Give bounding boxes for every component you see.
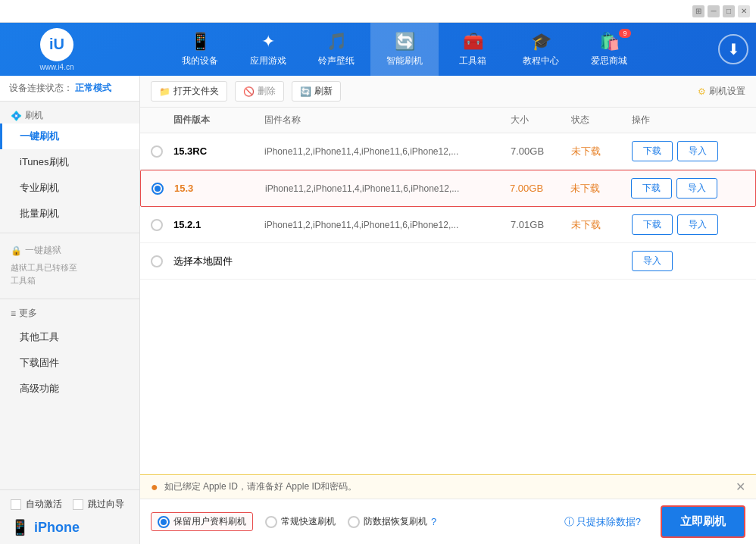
notification-text: 如已绑定 Apple ID，请准备好 Apple ID和密码。 — [164, 480, 358, 493]
download-button[interactable]: ⬇ — [718, 34, 748, 64]
one-click-flash-label: 一键刷机 — [20, 130, 59, 143]
notification-icon: ● — [151, 480, 158, 494]
row3-import-btn[interactable]: 导入 — [677, 214, 718, 235]
window-controls[interactable]: ⊞ ─ □ ✕ — [692, 5, 750, 17]
local-radio-col[interactable] — [151, 255, 173, 267]
row1-radio-col[interactable] — [151, 145, 173, 158]
sidebar-item-pro-flash[interactable]: 专业刷机 — [0, 175, 139, 201]
auto-activate-label: 自动激活 — [26, 498, 62, 511]
row1-download-btn[interactable]: 下载 — [632, 141, 673, 161]
sidebar: 设备连接状态： 正常模式 💠 刷机 一键刷机 iTunes刷机 专业刷机 批量刷… — [0, 76, 140, 544]
local-radio[interactable] — [151, 255, 163, 267]
apps-icon: ✦ — [261, 32, 275, 52]
smart-flash-icon: 🔄 — [395, 32, 415, 52]
refresh-button[interactable]: 🔄 刷新 — [292, 81, 341, 102]
minimize-btn[interactable]: ─ — [708, 5, 720, 17]
row1-import-btn[interactable]: 导入 — [677, 141, 718, 161]
toolbox-icon: 🧰 — [463, 32, 483, 52]
sidebar-item-itunes-flash[interactable]: iTunes刷机 — [0, 149, 139, 175]
firmware-row-3: 15.2.1 iPhone11,2,iPhone11,4,iPhone11,6,… — [140, 207, 756, 243]
open-folder-button[interactable]: 📁 打开文件夹 — [151, 81, 227, 102]
sidebar-item-batch-flash[interactable]: 批量刷机 — [0, 201, 139, 227]
store-badge: 9 — [619, 29, 631, 38]
nav-ringtones[interactable]: 🎵 铃声壁纸 — [302, 23, 370, 76]
nav-ringtones-label: 铃声壁纸 — [318, 55, 355, 67]
sidebar-item-one-click-flash[interactable]: 一键刷机 — [0, 123, 139, 149]
sidebar-divider-1 — [0, 233, 139, 233]
jailbreak-group-title: 🔒 一键越狱 — [0, 239, 139, 258]
help-icon[interactable]: ? — [431, 516, 436, 527]
delete-icon: 🚫 — [243, 86, 255, 97]
settings-button[interactable]: ⚙ 刷机设置 — [698, 85, 745, 98]
keep-data-label: 保留用户资料刷机 — [173, 515, 246, 528]
flash-group-title: 💠 刷机 — [0, 105, 139, 123]
device-name-row: 📱 iPhone — [11, 518, 129, 536]
row2-download-btn[interactable]: 下载 — [631, 178, 672, 199]
row3-radio[interactable] — [151, 219, 163, 231]
store-icon: 🛍️ — [599, 32, 620, 52]
flash-option-recovery[interactable]: 防数据恢复刷机 ? — [348, 515, 436, 528]
row2-actions: 下载 导入 — [631, 178, 745, 199]
row3-radio-col[interactable] — [151, 219, 173, 231]
nav-toolbox[interactable]: 🧰 工具箱 — [439, 23, 507, 76]
row2-radio-col[interactable] — [152, 183, 174, 195]
row1-status: 未下载 — [571, 145, 632, 158]
more-label: 更多 — [19, 307, 37, 320]
folder-icon: 📁 — [159, 86, 170, 97]
skip-guide-checkbox[interactable] — [73, 499, 83, 510]
title-bar: ⊞ ─ □ ✕ — [0, 0, 756, 23]
nav-toolbox-label: 工具箱 — [459, 55, 486, 67]
table-header: 固件版本 固件名称 大小 状态 操作 — [140, 108, 756, 133]
row2-import-btn[interactable]: 导入 — [676, 178, 717, 199]
row3-size: 7.01GB — [511, 219, 571, 230]
nav-my-device[interactable]: 📱 我的设备 — [166, 23, 234, 76]
row3-version: 15.2.1 — [173, 219, 264, 230]
flash-option-normal[interactable]: 常规快速刷机 — [265, 515, 336, 528]
flash-option-keep-data[interactable]: 保留用户资料刷机 — [151, 512, 253, 531]
bottom-notification: ● 如已绑定 Apple ID，请准备好 Apple ID和密码。 ✕ — [140, 474, 756, 499]
more-icon: ≡ — [11, 308, 16, 319]
maximize-btn[interactable]: □ — [723, 5, 735, 17]
open-folder-label: 打开文件夹 — [173, 85, 219, 98]
normal-fast-radio[interactable] — [265, 516, 277, 528]
sidebar-item-other-tools[interactable]: 其他工具 — [0, 324, 139, 350]
local-import-btn[interactable]: 导入 — [632, 251, 673, 271]
sidebar-item-download-firmware[interactable]: 下载固件 — [0, 350, 139, 376]
sidebar-item-advanced[interactable]: 高级功能 — [0, 376, 139, 402]
recovery-radio[interactable] — [348, 516, 360, 528]
auto-activate-checkbox[interactable] — [11, 499, 21, 510]
flash-now-button[interactable]: 立即刷机 — [661, 505, 745, 538]
grid-btn[interactable]: ⊞ — [692, 5, 704, 17]
row3-status: 未下载 — [571, 218, 632, 232]
header: iU www.i4.cn 📱 我的设备 ✦ 应用游戏 🎵 铃声壁纸 🔄 智能刷机… — [0, 23, 756, 76]
local-actions: 导入 — [632, 251, 745, 271]
notification-close[interactable]: ✕ — [736, 480, 745, 494]
sidebar-divider-2 — [0, 299, 139, 299]
row2-radio[interactable] — [152, 183, 164, 195]
delete-button[interactable]: 🚫 删除 — [235, 81, 284, 102]
nav-smart-flash[interactable]: 🔄 智能刷机 — [370, 23, 439, 76]
logo-icon: iU — [40, 28, 73, 61]
row3-download-btn[interactable]: 下载 — [632, 214, 673, 235]
more-section-title: ≡ 更多 — [0, 302, 139, 324]
auto-activate-row: 自动激活 跳过向导 — [11, 498, 129, 511]
data-erase-link[interactable]: ⓘ 只提抹除数据? — [564, 515, 641, 529]
local-firmware-label: 选择本地固件 — [173, 255, 632, 268]
nav-store[interactable]: 🛍️ 9 爱思商城 — [575, 23, 643, 76]
data-erase-label: 只提抹除数据? — [576, 515, 641, 529]
ringtones-icon: 🎵 — [326, 32, 347, 52]
jailbreak-note: 越狱工具已转移至工具箱 — [0, 258, 139, 292]
nav-tutorials[interactable]: 🎓 教程中心 — [507, 23, 575, 76]
row1-radio[interactable] — [151, 145, 163, 158]
lock-icon: 🔒 — [11, 245, 22, 256]
close-btn[interactable]: ✕ — [738, 5, 750, 17]
device-status: 设备连接状态： 正常模式 — [0, 76, 139, 102]
nav-smart-flash-label: 智能刷机 — [386, 55, 423, 67]
keep-data-radio[interactable] — [158, 516, 170, 528]
itunes-flash-label: iTunes刷机 — [20, 155, 69, 169]
nav-apps[interactable]: ✦ 应用游戏 — [234, 23, 302, 76]
flash-section: 💠 刷机 一键刷机 iTunes刷机 专业刷机 批量刷机 — [0, 102, 139, 230]
row1-name: iPhone11,2,iPhone11,4,iPhone11,6,iPhone1… — [264, 146, 511, 157]
flash-group-icon: 💠 — [11, 111, 22, 121]
device-phone-icon: 📱 — [11, 518, 30, 536]
